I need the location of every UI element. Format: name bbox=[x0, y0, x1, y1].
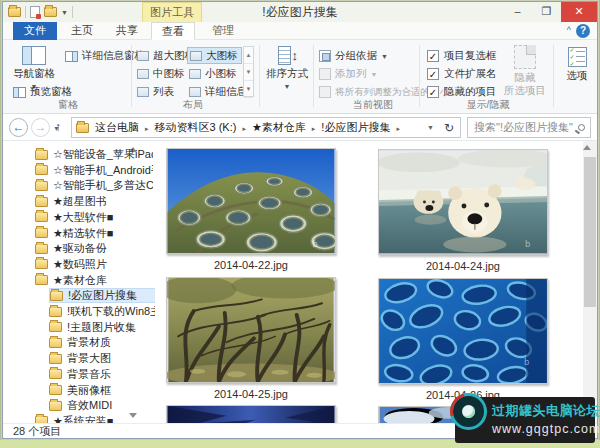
sidebar-item[interactable]: !联机下载的Win8主 bbox=[49, 304, 155, 319]
sort-by-button[interactable]: ↕ 排序方式 ▼ bbox=[265, 46, 309, 90]
scroll-up-icon[interactable] bbox=[583, 145, 591, 150]
sidebar-item[interactable]: 音效MIDI bbox=[49, 398, 155, 413]
main-area: ☆智能设备_苹果iPad3☆智能手机_Android手☆智能手机_多普达CH★超… bbox=[3, 141, 597, 425]
file-item[interactable]: b 2014-04-26.jpg bbox=[368, 278, 558, 401]
sidebar-item[interactable]: ☆智能手机_多普达CH bbox=[35, 178, 153, 193]
divider bbox=[313, 45, 314, 107]
breadcrumb-separator-icon[interactable]: ▸ bbox=[236, 125, 252, 132]
breadcrumb-item[interactable]: ★素材仓库 bbox=[252, 121, 306, 133]
watermark-forum-name: 过期罐头电脑论坛 bbox=[492, 402, 600, 420]
folder-icon bbox=[35, 228, 48, 238]
thumbnail-night-sky-image[interactable] bbox=[166, 405, 336, 425]
gallery-up-icon[interactable]: ▲ bbox=[244, 47, 253, 64]
sidebar-item[interactable]: ☆智能设备_苹果iPad3 bbox=[35, 147, 153, 162]
checkbox-checked-icon[interactable]: ✓ bbox=[427, 68, 439, 80]
item-checkboxes-option[interactable]: ✓ 项目复选框 bbox=[427, 48, 497, 63]
picture-tools-tab[interactable]: 图片工具 bbox=[142, 2, 202, 22]
thumbnail-polar-bear-image[interactable]: b bbox=[378, 149, 548, 255]
sidebar-item[interactable]: ★超星图书 bbox=[35, 194, 153, 209]
thumbnail-coral-image[interactable]: b bbox=[378, 278, 548, 384]
sidebar-item-label: 美丽像框 bbox=[67, 383, 111, 398]
details-pane-button[interactable]: 详细信息窗格 bbox=[65, 48, 145, 64]
sidebar-item[interactable]: ☆智能手机_Android手 bbox=[35, 163, 153, 178]
xl-icons-icon bbox=[137, 51, 149, 61]
folder-icon bbox=[35, 244, 48, 254]
address-dropdown-icon[interactable]: ▼ bbox=[427, 124, 434, 131]
sidebar-item-label: 背景音乐 bbox=[67, 367, 111, 382]
sidebar-item[interactable]: ★数码照片 bbox=[35, 257, 153, 272]
back-button[interactable]: ← bbox=[9, 118, 28, 137]
chevron-down-icon: ▼ bbox=[381, 53, 388, 60]
sidebar-item[interactable]: !主题图片收集 bbox=[49, 320, 155, 335]
view-medium-icons[interactable]: 中图标 bbox=[135, 65, 190, 82]
sidebar-item-selected[interactable]: !必应图片搜集 bbox=[49, 288, 155, 303]
options-button[interactable]: 选项 bbox=[560, 47, 594, 83]
sidebar-item[interactable]: ★大型软件■ bbox=[35, 210, 153, 225]
properties-icon[interactable] bbox=[30, 6, 40, 18]
sidebar-item[interactable]: 背景材质 bbox=[49, 335, 155, 350]
sidebar-item-label: !联机下载的Win8主 bbox=[67, 304, 155, 319]
divider bbox=[259, 45, 260, 107]
search-input[interactable]: 搜索"!必应图片搜集" bbox=[467, 117, 591, 138]
hide-selected-icon bbox=[514, 45, 536, 69]
tab-file[interactable]: 文件 bbox=[13, 22, 57, 40]
folder-icon bbox=[35, 150, 48, 160]
folder-icon bbox=[35, 181, 48, 191]
sidebar-item[interactable]: ★驱动备份 bbox=[35, 241, 153, 256]
sidebar-item[interactable]: 背景音乐 bbox=[49, 367, 155, 382]
layout-gallery-scroll[interactable]: ▲ ▼ ▼ bbox=[243, 46, 254, 97]
tab-manage[interactable]: 管理 bbox=[199, 22, 247, 40]
content-scrollbar[interactable] bbox=[583, 141, 597, 425]
minimize-button[interactable]: – bbox=[503, 2, 532, 22]
view-extra-large-icons[interactable]: 超大图标 bbox=[135, 47, 190, 64]
folder-icon bbox=[49, 322, 62, 332]
folder-icon bbox=[49, 338, 62, 348]
breadcrumb: 这台电脑▸移动资料区3 (K:)▸★素材仓库▸!必应图片搜集▸ bbox=[95, 120, 406, 135]
group-label-current-view: 当前视图 bbox=[333, 98, 413, 112]
checkbox-checked-icon[interactable]: ✓ bbox=[427, 50, 439, 62]
tab-share[interactable]: 共享 bbox=[106, 22, 148, 40]
file-name[interactable]: 2014-04-22.jpg bbox=[156, 259, 346, 271]
checkbox-checked-icon[interactable]: ✓ bbox=[427, 86, 439, 98]
sidebar-item[interactable]: 背景大图 bbox=[49, 351, 155, 366]
breadcrumb-item[interactable]: 移动资料区3 (K:) bbox=[155, 121, 237, 133]
collapse-ribbon-icon[interactable]: ^ bbox=[567, 25, 571, 35]
gallery-down-icon[interactable]: ▼ bbox=[244, 64, 253, 81]
new-folder-icon[interactable] bbox=[44, 7, 57, 17]
file-extensions-option[interactable]: ✓ 文件扩展名 bbox=[427, 66, 497, 81]
breadcrumb-item[interactable]: !必应图片搜集 bbox=[321, 121, 390, 133]
refresh-icon[interactable]: ↻ bbox=[444, 121, 454, 135]
thumbnail-green-roof-image[interactable]: b bbox=[166, 148, 336, 254]
tab-home[interactable]: 主页 bbox=[61, 22, 103, 40]
breadcrumb-separator-icon[interactable]: ▸ bbox=[306, 125, 322, 132]
view-small-icons[interactable]: 小图标 bbox=[187, 65, 242, 82]
file-item[interactable]: b 2014-04-22.jpg bbox=[156, 148, 346, 271]
qat-dropdown-icon[interactable]: ▼ bbox=[61, 9, 68, 16]
thumbnail-forest-image[interactable] bbox=[166, 277, 336, 383]
breadcrumb-item[interactable]: 这台电脑 bbox=[95, 121, 139, 133]
close-button[interactable]: ✕ bbox=[561, 2, 597, 22]
sidebar-item[interactable]: ★素材仓库 bbox=[35, 273, 153, 288]
group-by-button[interactable]: 分组依据 ▼ bbox=[319, 48, 388, 64]
file-name[interactable]: 2014-04-24.jpg bbox=[368, 260, 558, 272]
file-item[interactable]: 2014-04-25.jpg bbox=[156, 277, 346, 400]
file-name[interactable]: 2014-04-25.jpg bbox=[156, 388, 346, 400]
app-folder-icon[interactable] bbox=[8, 7, 21, 17]
sidebar-item[interactable]: 美丽像框 bbox=[49, 383, 155, 398]
view-large-icons[interactable]: 大图标 bbox=[187, 47, 242, 64]
watermark-url: www.gqgtpc.com bbox=[492, 422, 600, 436]
file-item[interactable] bbox=[156, 405, 346, 425]
file-item[interactable]: b 2014-04-24.jpg bbox=[368, 149, 558, 272]
breadcrumb-separator-icon[interactable]: ▸ bbox=[390, 125, 406, 132]
breadcrumb-separator-icon[interactable]: ▸ bbox=[139, 125, 155, 132]
tab-view[interactable]: 查看 bbox=[151, 22, 195, 40]
help-icon[interactable]: ? bbox=[576, 24, 590, 38]
gallery-more-icon[interactable]: ▼ bbox=[244, 81, 253, 98]
address-bar[interactable]: 这台电脑▸移动资料区3 (K:)▸★素材仓库▸!必应图片搜集▸ ▼ ↻ bbox=[71, 117, 461, 138]
sidebar-item-label: ★大型软件■ bbox=[53, 210, 114, 225]
hidden-items-option[interactable]: ✓ 隐藏的项目 bbox=[427, 84, 497, 99]
scrollbar-thumb[interactable] bbox=[584, 157, 596, 307]
sidebar-item[interactable]: ★精选软件■ bbox=[35, 226, 153, 241]
maximize-button[interactable]: ❐ bbox=[532, 2, 561, 22]
up-button[interactable]: ↑ bbox=[55, 120, 61, 134]
